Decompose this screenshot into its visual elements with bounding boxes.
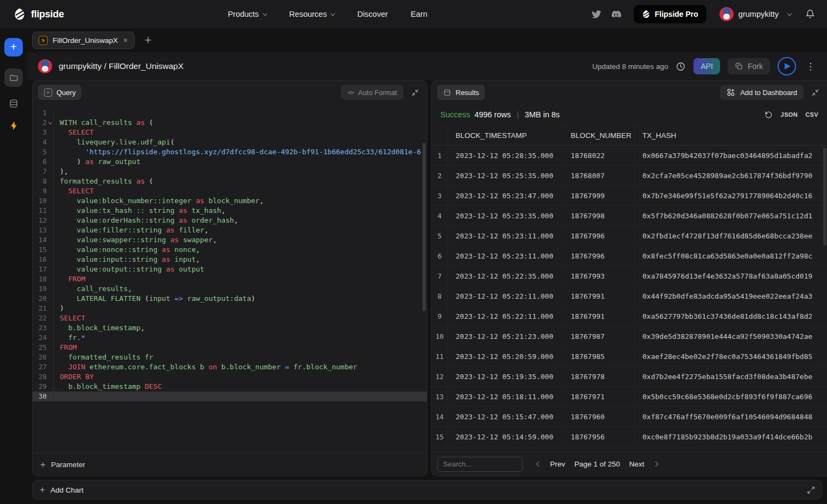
username: grumpykitty xyxy=(738,10,779,18)
add-chart-bar[interactable]: + Add Chart xyxy=(32,480,823,500)
table-header: BLOCK_TIMESTAMP BLOCK_NUMBER TX_HASH xyxy=(432,125,827,146)
code-line[interactable]: 4 livequery.live.udf_api( xyxy=(33,137,427,147)
code-line[interactable]: 19 call_results, xyxy=(33,284,427,294)
results-scrollbar[interactable] xyxy=(823,148,826,245)
code-brackets-icon: <> xyxy=(348,89,353,96)
column-block-timestamp[interactable]: BLOCK_TIMESTAMP xyxy=(448,126,563,145)
table-row[interactable]: 82023-12-12 05:22:11.000187679910x44f92b… xyxy=(432,286,827,306)
code-line[interactable]: 21) xyxy=(33,304,427,313)
add-parameter-button[interactable]: + Parameter xyxy=(33,453,427,476)
table-row[interactable]: 32023-12-12 05:23:47.000187679990x7b7e34… xyxy=(432,186,827,206)
tab-close-icon[interactable]: × xyxy=(123,36,128,45)
query-panel-tab[interactable]: > Query xyxy=(38,85,81,100)
add-to-dashboard-button[interactable]: Add to Dashboard xyxy=(720,85,804,100)
code-line[interactable]: 28ORDER BY xyxy=(33,372,427,382)
table-row[interactable]: 12023-12-12 05:28:35.000187680220x0667a3… xyxy=(432,146,827,166)
page-indicator: Page 1 of 250 xyxy=(575,460,620,468)
code-line[interactable]: 27 JOIN ethereum.core.fact_blocks b on b… xyxy=(33,362,427,372)
nav-item-discover[interactable]: Discover xyxy=(357,10,388,18)
main-area: > FillOrder_UniswapX × + grumpykitty / F… xyxy=(27,28,827,504)
chevron-down-icon xyxy=(262,11,267,15)
prev-chevron-icon[interactable] xyxy=(536,462,542,467)
result-size: 3MB in 8s xyxy=(525,110,559,119)
prev-button[interactable]: Prev xyxy=(550,460,565,468)
results-panel-tab[interactable]: Results xyxy=(437,85,485,100)
nav-item-earn[interactable]: Earn xyxy=(411,10,427,18)
export-json-button[interactable]: JSON xyxy=(781,111,798,118)
table-row[interactable]: 72023-12-12 05:22:35.000187679930xa78459… xyxy=(432,266,827,286)
lightning-icon[interactable] xyxy=(9,121,18,131)
table-row[interactable]: 142023-12-12 05:15:47.000187679600xf87c4… xyxy=(432,407,827,427)
kebab-menu-icon[interactable]: ⋮ xyxy=(804,61,817,72)
code-line[interactable]: 5 'https://flipside.ghostlogs.xyz/d7dfcc… xyxy=(33,147,427,157)
table-row[interactable]: 62023-12-12 05:23:11.000187679960x8fec5f… xyxy=(432,246,827,266)
code-line[interactable]: 13 value:filler::string as filler, xyxy=(33,225,427,235)
database-icon[interactable] xyxy=(9,99,18,109)
table-row[interactable]: 22023-12-12 05:25:35.000187680070x2cfa7e… xyxy=(432,166,827,186)
run-query-button[interactable] xyxy=(778,57,796,75)
discord-icon[interactable] xyxy=(610,9,622,20)
code-line[interactable]: 12 value:orderHash::string as order_hash… xyxy=(33,216,427,225)
column-tx-hash[interactable]: TX_HASH xyxy=(635,126,827,145)
code-line[interactable]: 11 value:tx_hash :: string as tx_hash, xyxy=(33,206,427,216)
flipside-logo[interactable]: flipside xyxy=(13,8,64,21)
collapse-panel-icon[interactable] xyxy=(811,89,819,97)
code-line[interactable]: 23 b.block_timestamp, xyxy=(33,323,427,333)
sql-editor[interactable]: 12WITH call_results as (3 SELECT4 livequ… xyxy=(33,104,427,453)
code-line[interactable]: 20 LATERAL FLATTEN (input => raw_output:… xyxy=(33,294,427,304)
nav-item-products[interactable]: Products xyxy=(228,10,266,18)
new-tab-button[interactable]: + xyxy=(144,34,151,46)
collapse-panel-icon[interactable] xyxy=(411,89,419,97)
fork-button[interactable]: Fork xyxy=(728,58,770,74)
chevron-down-icon xyxy=(331,11,335,15)
code-line[interactable]: 17 value:output::string as output xyxy=(33,264,427,274)
editor-scrollbar[interactable] xyxy=(422,143,426,311)
code-line[interactable]: 16 value:input::string as input, xyxy=(33,255,427,264)
code-line[interactable]: 30 xyxy=(33,392,427,401)
code-line[interactable]: 1 xyxy=(33,108,427,118)
code-line[interactable]: 14 value:swapper::string as swapper, xyxy=(33,235,427,245)
table-row[interactable]: 52023-12-12 05:23:11.000187679960x2fbd1e… xyxy=(432,226,827,246)
next-chevron-icon[interactable] xyxy=(653,462,658,467)
code-line[interactable]: 9 SELECT xyxy=(33,186,427,196)
api-button[interactable]: API xyxy=(693,58,720,74)
table-row[interactable]: 92023-12-12 05:22:11.000187679910xa56277… xyxy=(432,306,827,326)
code-line[interactable]: 8formatted_results as ( xyxy=(33,177,427,186)
code-line[interactable]: 29 b.block_timestamp DESC xyxy=(33,382,427,392)
code-line[interactable]: 6 ) as raw_output xyxy=(33,157,427,167)
code-line[interactable]: 2WITH call_results as ( xyxy=(33,118,427,128)
code-line[interactable]: 26 formatted_results fr xyxy=(33,352,427,362)
table-row[interactable]: 102023-12-12 05:21:23.000187679870x39de5… xyxy=(432,326,827,346)
table-row[interactable]: 152023-12-12 05:14:59.000187679560xc0e8f… xyxy=(432,427,827,447)
code-line[interactable]: 25FROM xyxy=(33,343,427,352)
run-history-icon[interactable] xyxy=(764,110,773,119)
table-row[interactable]: 42023-12-12 05:23:35.000187679980x5f7b62… xyxy=(432,206,827,226)
tab-fillorder-uniswapx[interactable]: > FillOrder_UniswapX × xyxy=(32,32,135,49)
history-clock-icon[interactable] xyxy=(676,61,686,72)
table-row[interactable]: 132023-12-12 05:18:11.000187679710x5b0cc… xyxy=(432,387,827,407)
results-panel: Results Add to Dashboard xyxy=(431,80,827,476)
code-line[interactable]: 18 FROM xyxy=(33,274,427,284)
code-line[interactable]: 3 SELECT xyxy=(33,128,427,137)
user-menu[interactable]: grumpykitty xyxy=(719,7,791,21)
code-line[interactable]: 24 fr.* xyxy=(33,333,427,343)
export-csv-button[interactable]: CSV xyxy=(805,111,818,118)
expand-icon[interactable] xyxy=(807,486,815,494)
search-input[interactable] xyxy=(437,457,523,472)
query-status-bar: Success 4996 rows | 3MB in 8s JSON CSV xyxy=(432,104,827,125)
notifications-bell-icon[interactable] xyxy=(805,9,815,19)
nav-item-resources[interactable]: Resources xyxy=(289,10,334,18)
folder-button[interactable] xyxy=(4,68,23,87)
code-line[interactable]: 22SELECT xyxy=(33,313,427,323)
code-line[interactable]: 10 value:block_number::integer as block_… xyxy=(33,196,427,206)
twitter-icon[interactable] xyxy=(591,9,602,20)
next-button[interactable]: Next xyxy=(629,460,645,468)
auto-format-button[interactable]: <> Auto Format xyxy=(341,85,403,100)
flipside-pro-button[interactable]: Flipside Pro xyxy=(634,5,706,23)
table-row[interactable]: 112023-12-12 05:20:59.000187679850xaef28… xyxy=(432,346,827,367)
new-query-button[interactable]: + xyxy=(4,38,23,56)
code-line[interactable]: 7), xyxy=(33,167,427,177)
column-block-number[interactable]: BLOCK_NUMBER xyxy=(563,126,635,145)
table-row[interactable]: 122023-12-12 05:19:35.000187679780xd7b2e… xyxy=(432,367,827,387)
code-line[interactable]: 15 value:nonce::string as nonce, xyxy=(33,245,427,255)
